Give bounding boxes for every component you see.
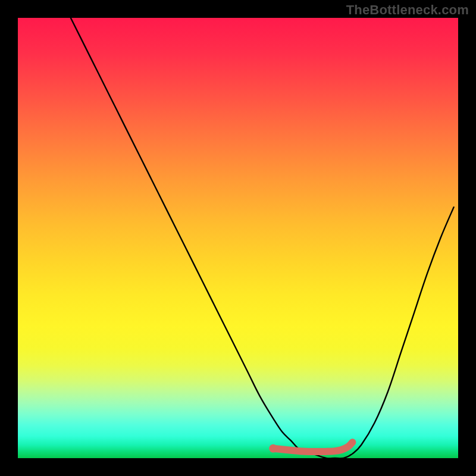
chart-svg bbox=[18, 18, 458, 458]
sweet-spot-marker bbox=[269, 444, 277, 453]
sweet-spot-segment bbox=[273, 442, 352, 452]
chart-frame: TheBottleneck.com bbox=[0, 0, 476, 476]
watermark-text: TheBottleneck.com bbox=[346, 2, 469, 18]
plot-area bbox=[18, 18, 458, 458]
bottleneck-curve bbox=[71, 18, 454, 458]
